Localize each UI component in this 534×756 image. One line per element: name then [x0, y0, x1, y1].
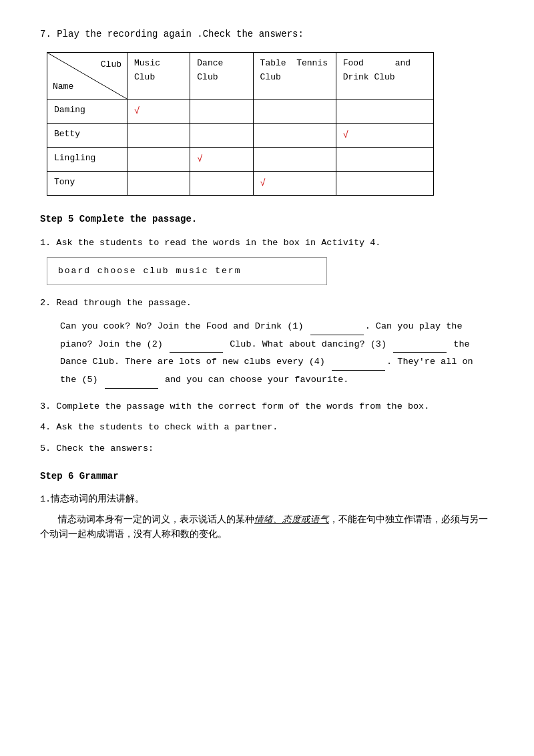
table-row: Lingling √ — [47, 147, 434, 171]
cell-lingling-music — [127, 147, 190, 171]
cell-tony-dance — [190, 171, 253, 195]
grammar-explanation: 情态动词本身有一定的词义，表示说话人的某种情绪、态度或语气，不能在句中独立作谓语… — [40, 513, 494, 542]
cell-betty-dance — [190, 124, 253, 148]
blank-2 — [170, 335, 223, 353]
step5-item-5: 5. Check the answers: — [40, 441, 494, 456]
cell-lingling-food — [336, 147, 433, 171]
step5-item-3: 3. Complete the passage with the correct… — [40, 399, 494, 414]
blank-4 — [332, 353, 385, 371]
cell-tony-food — [336, 171, 433, 195]
row-name-betty: Betty — [47, 124, 127, 148]
table-row: Betty √ — [47, 124, 434, 148]
column-header-food: Food and Drink Club — [336, 53, 433, 100]
passage-line1: Can you cook? No? Join the Food and Drin… — [60, 321, 473, 385]
step5-item-1: 1. Ask the students to read the words in… — [40, 236, 494, 250]
section7-label: 7. Play the recording again .Check the a… — [40, 27, 494, 41]
table-row: Daming √ — [47, 100, 434, 124]
cell-tony-tennis: √ — [253, 171, 336, 195]
step5-title: Step 5 Complete the passage. — [40, 212, 494, 226]
blank-3 — [393, 335, 447, 353]
grammar-item-1: 1.情态动词的用法讲解。 — [40, 492, 494, 507]
cell-lingling-tennis — [253, 147, 336, 171]
table-header-corner: Club Name — [47, 53, 127, 100]
row-name-lingling: Lingling — [47, 147, 127, 171]
cell-betty-tennis — [253, 124, 336, 148]
cell-daming-dance — [190, 100, 253, 124]
blank-5 — [105, 371, 158, 389]
step5-item-4: 4. Ask the students to check with a part… — [40, 420, 494, 435]
grammar-underline: 情绪、态度或语气 — [254, 515, 329, 525]
step5-item-2: 2. Read through the passage. — [40, 296, 494, 311]
cell-daming-food — [336, 100, 433, 124]
blank-1 — [310, 317, 364, 335]
column-header-music: Music Club — [127, 53, 190, 100]
cell-lingling-dance: √ — [190, 147, 253, 171]
cell-daming-tennis — [253, 100, 336, 124]
cell-tony-music — [127, 171, 190, 195]
row-name-tony: Tony — [47, 171, 127, 195]
column-header-tennis: Table Tennis Club — [253, 53, 336, 100]
column-header-club: Club — [101, 58, 121, 72]
cell-daming-music: √ — [127, 100, 190, 124]
passage-block: Can you cook? No? Join the Food and Drin… — [60, 317, 481, 389]
row-name-daming: Daming — [47, 100, 127, 124]
step6-title: Step 6 Grammar — [40, 469, 494, 484]
table-row: Tony √ — [47, 171, 434, 195]
row-header-name: Name — [53, 80, 73, 94]
cell-betty-food: √ — [336, 124, 433, 148]
grammar-section: Step 6 Grammar 1.情态动词的用法讲解。 情态动词本身有一定的词义… — [40, 469, 494, 542]
cell-betty-music — [127, 124, 190, 148]
word-box: board choose club music term — [47, 257, 327, 286]
club-table: Club Name Music Club Dance Club Table Te… — [47, 52, 434, 195]
grammar-text1: 情态动词本身有一定的词义，表示说话人的某种 — [58, 515, 254, 525]
column-header-dance: Dance Club — [190, 53, 253, 100]
